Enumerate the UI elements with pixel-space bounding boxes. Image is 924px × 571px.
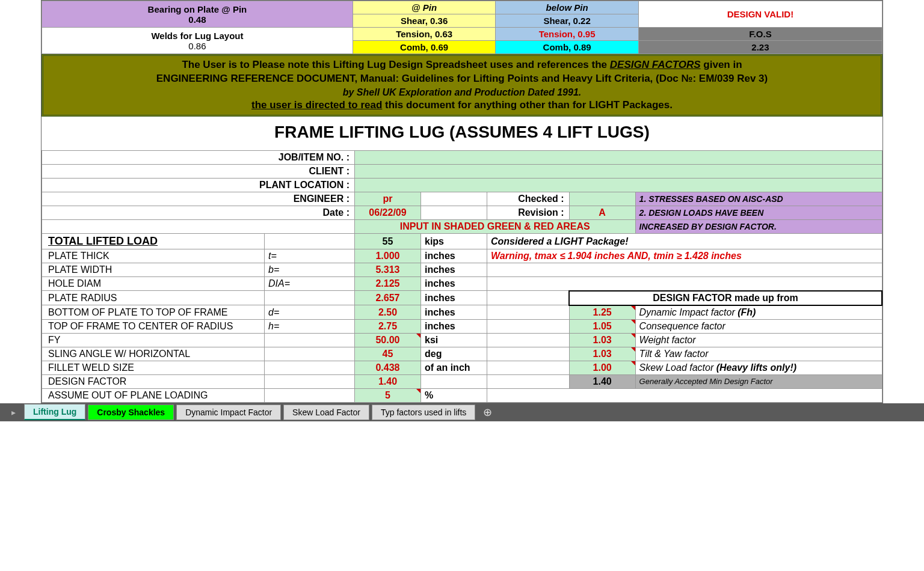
engineer-input[interactable]: pr <box>355 192 421 206</box>
df-input-0[interactable]: 1.25 <box>569 305 635 320</box>
input-bottom-of-plate-to-top-of-frame[interactable]: 2.50 <box>355 305 421 320</box>
input-fillet-weld-size[interactable]: 0.438 <box>355 361 421 374</box>
df-input-1[interactable]: 1.05 <box>569 319 635 333</box>
tab-lifting-lug[interactable]: Lifting Lug <box>24 404 85 420</box>
input-total-lifted-load[interactable]: 55 <box>355 234 421 249</box>
tab-crosby-shackles[interactable]: Crosby Shackles <box>88 405 174 420</box>
tab-dynamic-impact[interactable]: Dynamic Impact Factor <box>176 405 281 420</box>
input-assume-out-of-plane-loading[interactable]: 5 <box>355 388 421 402</box>
tab-prev[interactable]: ▸ <box>5 408 22 417</box>
reference-note: The User is to Please note this Lifting … <box>42 54 882 117</box>
input-design-factor[interactable]: 1.40 <box>355 374 421 388</box>
sheet-tabs: ▸ Lifting Lug Crosby Shackles Dynamic Im… <box>0 403 924 421</box>
date-input[interactable]: 06/22/09 <box>355 206 421 220</box>
data-sheet: JOB/ITEM NO. : CLIENT : PLANT LOCATION :… <box>42 150 882 403</box>
input-plate-width[interactable]: 5.313 <box>355 263 421 277</box>
df-input-4[interactable]: 1.00 <box>569 361 635 374</box>
df-input-2[interactable]: 1.03 <box>569 333 635 347</box>
tab-skew-load[interactable]: Skew Load Factor <box>283 405 369 420</box>
page-title: FRAME LIFTING LUG (ASSUMES 4 LIFT LUGS) <box>42 117 882 150</box>
tab-typ-factors[interactable]: Typ factors used in lifts <box>372 405 475 420</box>
input-hole-diam[interactable]: 2.125 <box>355 277 421 291</box>
input-top-of-frame-to-center-of-radius[interactable]: 2.75 <box>355 319 421 333</box>
summary-table: Bearing on Plate @ Pin0.48 @ Pin below P… <box>42 1 882 54</box>
design-valid-status: DESIGN VALID! <box>638 1 882 28</box>
tab-add[interactable]: ⊕ <box>478 406 497 419</box>
input-plate-thick[interactable]: 1.000 <box>355 249 421 263</box>
input-fy[interactable]: 50.00 <box>355 333 421 347</box>
input-sling-angle-w-horizontal[interactable]: 45 <box>355 347 421 361</box>
input-plate-radius[interactable]: 2.657 <box>355 291 421 305</box>
df-input-3[interactable]: 1.03 <box>569 347 635 361</box>
